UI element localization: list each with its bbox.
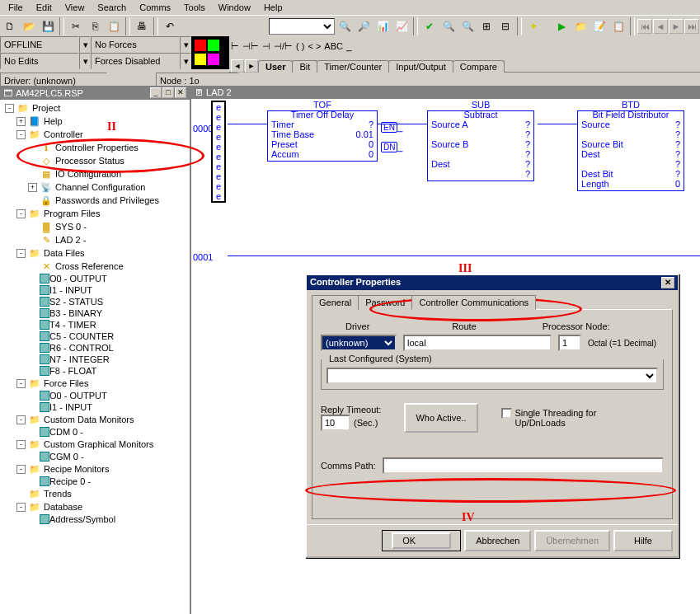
tree-item[interactable]: T4 - TIMER bbox=[2, 319, 188, 330]
ribbon-nav-left[interactable]: ◄ bbox=[231, 59, 244, 73]
nav-next[interactable]: ► bbox=[669, 19, 684, 34]
tab-controller-comms[interactable]: Controller Communications bbox=[411, 295, 536, 310]
ribbon-sym7[interactable]: ABC bbox=[324, 41, 343, 51]
open-button[interactable]: 📂 bbox=[20, 17, 38, 35]
procnode-input[interactable] bbox=[558, 335, 581, 351]
tree-toggle[interactable]: - bbox=[16, 209, 26, 218]
tree-item[interactable]: I1 - INPUT bbox=[2, 284, 188, 296]
tool-m[interactable]: 📋 bbox=[609, 17, 627, 35]
dialog-close-button[interactable]: ✕ bbox=[661, 277, 674, 288]
tree-toggle[interactable]: - bbox=[16, 503, 26, 512]
menu-file[interactable]: File bbox=[2, 1, 30, 14]
tree-item[interactable]: +📡Channel Configuration bbox=[2, 180, 188, 194]
tree-item[interactable]: CGM 0 - bbox=[2, 451, 188, 462]
tree-item[interactable]: 🔒Passwords and Privileges bbox=[2, 194, 188, 207]
tree-toggle[interactable]: - bbox=[16, 440, 26, 449]
tree-item[interactable]: ✕Cross Reference bbox=[2, 260, 188, 273]
tree-item[interactable]: ✎LAD 2 - bbox=[2, 233, 188, 246]
tree-item[interactable]: -📁Database bbox=[2, 500, 188, 513]
tree-body[interactable]: - 📁 Project +📘Help-📁ControllerℹControlle… bbox=[0, 100, 190, 614]
status-dropdown1[interactable]: ▾ bbox=[79, 36, 91, 53]
menu-edit[interactable]: Edit bbox=[30, 1, 59, 14]
ribbon-sym2[interactable]: ⊣⊢ bbox=[242, 41, 259, 52]
tree-item[interactable]: R6 - CONTROL bbox=[2, 342, 188, 354]
block-btd[interactable]: BTD Bit Field Distributor Source??Source… bbox=[577, 110, 684, 191]
tab-password[interactable]: Password bbox=[358, 295, 412, 310]
ribbon-tab-io[interactable]: Input/Output bbox=[388, 60, 453, 73]
driver-select[interactable]: (unknown) bbox=[321, 335, 397, 351]
ribbon-sym5[interactable]: ( ) bbox=[296, 41, 304, 51]
new-button[interactable]: 🗋 bbox=[1, 17, 19, 35]
tree-toggle[interactable]: - bbox=[5, 104, 14, 113]
nav-first[interactable]: ⏮ bbox=[637, 19, 652, 34]
route-input[interactable] bbox=[403, 335, 552, 351]
tool-b[interactable]: 🔎 bbox=[355, 17, 373, 35]
nav-prev[interactable]: ◄ bbox=[653, 19, 668, 34]
ribbon-sym4[interactable]: ⊣/⊢ bbox=[274, 41, 293, 52]
tree-item[interactable]: N7 - INTEGER bbox=[2, 354, 188, 365]
tree-item[interactable]: C5 - COUNTER bbox=[2, 330, 188, 342]
tree-toggle[interactable]: + bbox=[28, 183, 37, 192]
tree-item[interactable]: CDM 0 - bbox=[2, 426, 188, 438]
tree-item[interactable]: Address/Symbol bbox=[2, 513, 188, 525]
tree-toggle[interactable]: + bbox=[16, 117, 26, 126]
tree-item[interactable]: -📁Custom Data Monitors bbox=[2, 413, 188, 426]
nav-last[interactable]: ⏭ bbox=[684, 19, 699, 34]
help-button[interactable]: Hilfe bbox=[613, 530, 673, 551]
tree-item[interactable]: Recipe 0 - bbox=[2, 476, 188, 487]
ribbon-sym6[interactable]: < > bbox=[308, 41, 321, 51]
tree-item[interactable]: ℹController Properties bbox=[2, 141, 188, 154]
tree-item[interactable]: -📁Force Files bbox=[2, 377, 188, 390]
tree-toggle[interactable]: - bbox=[16, 465, 26, 474]
cut-button[interactable]: ✂ bbox=[67, 17, 85, 35]
tree-item[interactable]: ▦IO Configuration bbox=[2, 167, 188, 180]
ribbon-sym8[interactable]: ⎯ bbox=[346, 41, 352, 51]
tree-item[interactable]: ▓SYS 0 - bbox=[2, 220, 188, 233]
tree-toggle[interactable]: - bbox=[16, 249, 26, 258]
tree-item[interactable]: -📁Controller bbox=[2, 128, 188, 141]
tool-a[interactable]: 🔍 bbox=[336, 17, 354, 35]
tree-item[interactable]: ◇Processor Status bbox=[2, 154, 188, 167]
tree-item[interactable]: S2 - STATUS bbox=[2, 296, 188, 307]
toolbar-combo[interactable] bbox=[269, 18, 335, 35]
tool-j[interactable]: ✦ bbox=[524, 17, 543, 35]
menu-comms[interactable]: Comms bbox=[133, 1, 177, 14]
ribbon-tab-user[interactable]: User bbox=[258, 60, 293, 73]
status-dropdown2[interactable]: ▾ bbox=[180, 36, 191, 53]
tree-item[interactable]: B3 - BINARY bbox=[2, 307, 188, 319]
tree-item[interactable]: +📘Help bbox=[2, 115, 188, 128]
tree-min-button[interactable]: _ bbox=[150, 87, 162, 98]
tool-k[interactable]: 📁 bbox=[571, 17, 590, 35]
tree-item[interactable]: -📁Recipe Monitors bbox=[2, 462, 188, 476]
tree-close-button[interactable]: ✕ bbox=[175, 87, 186, 98]
tree-item[interactable]: F8 - FLOAT bbox=[2, 365, 188, 377]
print-button[interactable]: 🖶 bbox=[133, 17, 151, 35]
tree-max-button[interactable]: □ bbox=[162, 87, 174, 98]
tree-root[interactable]: - 📁 Project bbox=[2, 101, 188, 115]
tool-d[interactable]: 📈 bbox=[392, 17, 411, 35]
paste-button[interactable]: 📋 bbox=[105, 17, 123, 35]
tool-run[interactable]: ▶ bbox=[552, 17, 571, 35]
replytimeout-input[interactable] bbox=[321, 415, 350, 431]
ok-button[interactable]: OK bbox=[382, 530, 461, 551]
tree-toggle[interactable]: - bbox=[16, 415, 26, 424]
save-button[interactable]: 💾 bbox=[39, 17, 57, 35]
tree-item[interactable]: -📁Custom Graphical Monitors bbox=[2, 438, 188, 451]
copy-button[interactable]: ⎘ bbox=[86, 17, 104, 35]
tool-i[interactable]: ⊟ bbox=[496, 17, 514, 35]
whoactive-button[interactable]: Who Active.. bbox=[404, 403, 477, 433]
menu-window[interactable]: Window bbox=[212, 1, 257, 14]
status-dropdown4[interactable]: ▾ bbox=[180, 53, 191, 69]
status-dropdown3[interactable]: ▾ bbox=[79, 53, 91, 69]
cancel-button[interactable]: Abbrechen bbox=[464, 530, 531, 551]
tool-h[interactable]: ⊞ bbox=[477, 17, 496, 35]
ribbon-nav-right[interactable]: ► bbox=[245, 59, 258, 73]
block-tof[interactable]: TOF Timer Off Delay Timer?Time Base0.01P… bbox=[267, 110, 378, 162]
lastcfg-select[interactable] bbox=[327, 368, 658, 384]
dialog-titlebar[interactable]: Controller Properties ✕ bbox=[307, 275, 678, 290]
tool-c[interactable]: 📊 bbox=[373, 17, 392, 35]
tree-item[interactable]: -📁Data Files bbox=[2, 246, 188, 260]
tool-e[interactable]: ✔ bbox=[420, 17, 439, 35]
tree-item[interactable]: -📁Program Files bbox=[2, 207, 188, 220]
tool-g[interactable]: 🔍 bbox=[458, 17, 477, 35]
